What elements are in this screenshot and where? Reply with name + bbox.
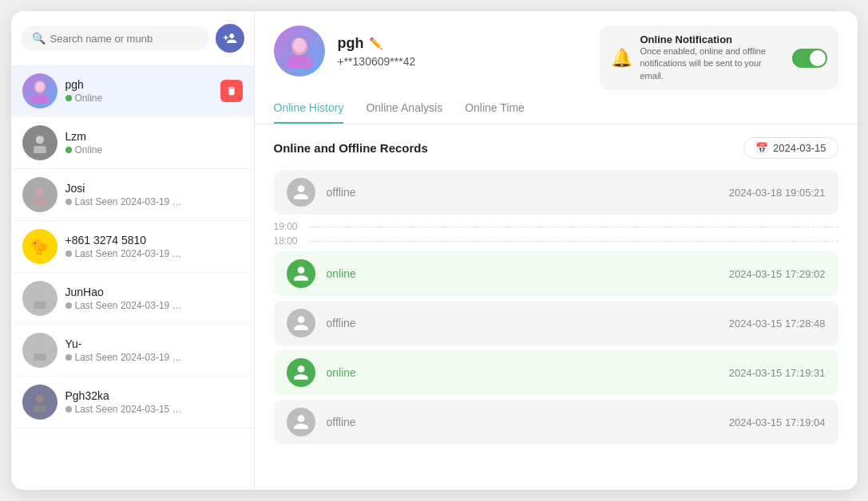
app-container: 🔍 pgh <box>11 11 858 490</box>
status-dot-pgh32ka <box>65 406 72 412</box>
status-dot-num <box>65 250 72 257</box>
avatar-pgh32ka <box>22 385 57 420</box>
contact-item-josi[interactable]: Josi Last Seen 2024-03-19 … <box>11 169 254 221</box>
avatar-image-lzm <box>30 132 50 153</box>
record-status-2: offline <box>327 317 718 329</box>
delete-button-pgh[interactable] <box>220 80 243 102</box>
time-label-row-0: 19:00 <box>274 219 838 234</box>
bell-icon: 🔔 <box>611 48 632 69</box>
date-picker[interactable]: 📅 2024-03-15 <box>743 137 838 159</box>
contact-item-pgh[interactable]: pgh Online <box>11 65 254 117</box>
contact-status-text-yu: Last Seen 2024-03-19 … <box>75 352 182 363</box>
record-row-3: online 2024-03-15 17:19:31 <box>274 350 838 395</box>
record-status-3: online <box>327 366 718 379</box>
status-dot-lzm <box>65 147 72 153</box>
edit-profile-icon[interactable]: ✏️ <box>369 37 382 49</box>
contact-name-pgh32ka: Pgh32ka <box>65 389 243 402</box>
svg-point-5 <box>35 187 43 195</box>
contact-info-junhao: JunHao Last Seen 2024-03-19 … <box>65 286 243 311</box>
profile-avatar <box>274 26 325 77</box>
search-wrapper[interactable]: 🔍 <box>21 26 209 50</box>
record-status-4: offline <box>327 416 718 428</box>
avatar-junhao <box>22 281 57 316</box>
contact-status-junhao: Last Seen 2024-03-19 … <box>65 300 243 311</box>
person-icon-1 <box>292 265 310 282</box>
record-row-4: offline 2024-03-15 17:19:04 <box>274 400 838 444</box>
contact-info-josi: Josi Last Seen 2024-03-19 … <box>65 182 243 207</box>
notification-title: Online Notification <box>640 34 784 45</box>
record-row-0: offline 2024-03-18 19:05:21 <box>274 170 838 215</box>
add-user-icon <box>223 31 237 45</box>
profile-avatar-image <box>282 34 317 69</box>
status-dot-junhao <box>65 302 72 309</box>
avatar-num: 🐤 <box>22 229 57 264</box>
tab-online-history[interactable]: Online History <box>274 101 344 124</box>
date-picker-value: 2024-03-15 <box>773 142 826 154</box>
contact-item-lzm[interactable]: Lzm Online <box>11 117 254 169</box>
search-bar: 🔍 <box>11 11 254 65</box>
contact-name-yu: Yu- <box>65 337 243 350</box>
tab-online-analysis[interactable]: Online Analysis <box>366 101 442 124</box>
contact-info-num: +861 3274 5810 Last Seen 2024-03-19 … <box>65 234 243 259</box>
person-icon-0 <box>292 183 310 201</box>
record-icon-1 <box>287 259 315 288</box>
contact-status-num: Last Seen 2024-03-19 … <box>65 248 243 259</box>
records-area: Online and Offline Records 📅 2024-03-15 … <box>255 124 858 490</box>
main-content: pgh ✏️ +**130609***42 🔔 Online Notificat… <box>255 11 858 490</box>
contact-name-junhao: JunHao <box>65 286 243 298</box>
record-icon-4 <box>287 408 315 436</box>
svg-point-2 <box>35 81 44 92</box>
status-dot-pgh <box>65 95 72 101</box>
svg-rect-12 <box>34 405 46 412</box>
records-header: Online and Offline Records 📅 2024-03-15 <box>274 137 838 159</box>
sidebar: 🔍 pgh <box>11 11 255 490</box>
record-row-2: offline 2024-03-15 17:28:48 <box>274 301 838 345</box>
search-input[interactable] <box>50 33 198 45</box>
svg-rect-1 <box>30 95 48 104</box>
contact-info-lzm: Lzm Online <box>65 130 243 156</box>
contact-status-pgh32ka: Last Seen 2024-03-15 … <box>65 404 243 415</box>
svg-rect-10 <box>34 353 46 361</box>
contact-info-yu: Yu- Last Seen 2024-03-19 … <box>65 337 243 363</box>
avatar-yu <box>22 333 57 368</box>
record-time-3: 2024-03-15 17:19:31 <box>729 367 826 379</box>
notification-description: Once enabled, online and offline notific… <box>640 45 784 82</box>
notification-toggle[interactable] <box>792 49 827 68</box>
toggle-knob <box>810 50 826 66</box>
contact-item-yu[interactable]: Yu- Last Seen 2024-03-19 … <box>11 325 254 377</box>
contact-item-junhao[interactable]: JunHao Last Seen 2024-03-19 … <box>11 273 254 325</box>
svg-point-15 <box>292 38 305 53</box>
record-status-1: online <box>327 267 718 280</box>
contact-status-text-junhao: Last Seen 2024-03-19 … <box>75 300 182 311</box>
person-icon-4 <box>292 413 310 431</box>
avatar-josi <box>22 177 57 212</box>
profile-left: pgh ✏️ +**130609***42 <box>274 26 416 77</box>
record-time-0: 2024-03-18 19:05:21 <box>729 187 826 199</box>
tabs: Online History Online Analysis Online Ti… <box>255 90 858 124</box>
person-icon-2 <box>292 314 310 332</box>
time-labels: 19:00 18:00 <box>274 219 838 248</box>
record-icon-3 <box>287 358 315 387</box>
record-icon-0 <box>287 178 315 207</box>
contact-status-text-pgh32ka: Last Seen 2024-03-15 … <box>75 404 182 415</box>
contact-status-josi: Last Seen 2024-03-19 … <box>65 196 243 207</box>
contact-status-yu: Last Seen 2024-03-19 … <box>65 352 243 363</box>
contact-status-text-pgh: Online <box>75 93 103 104</box>
search-icon: 🔍 <box>32 32 46 45</box>
status-dot-josi <box>65 199 72 205</box>
tab-online-time[interactable]: Online Time <box>465 101 525 124</box>
svg-point-3 <box>35 136 43 144</box>
record-time-2: 2024-03-15 17:28:48 <box>729 318 826 329</box>
contact-name-pgh: pgh <box>65 78 220 91</box>
avatar-pgh <box>22 73 57 108</box>
contact-item-pgh32ka[interactable]: Pgh32ka Last Seen 2024-03-15 … <box>11 377 254 428</box>
contact-item-num[interactable]: 🐤 +861 3274 5810 Last Seen 2024-03-19 … <box>11 221 254 273</box>
status-dot-yu <box>65 354 72 361</box>
contact-status-text-josi: Last Seen 2024-03-19 … <box>75 196 182 207</box>
avatar-lzm <box>22 125 57 160</box>
contact-status-pgh: Online <box>65 93 220 104</box>
record-row-1: online 2024-03-15 17:29:02 <box>274 251 838 296</box>
profile-name: pgh ✏️ <box>338 35 416 52</box>
record-time-1: 2024-03-15 17:29:02 <box>729 268 826 280</box>
add-user-button[interactable] <box>216 24 244 53</box>
